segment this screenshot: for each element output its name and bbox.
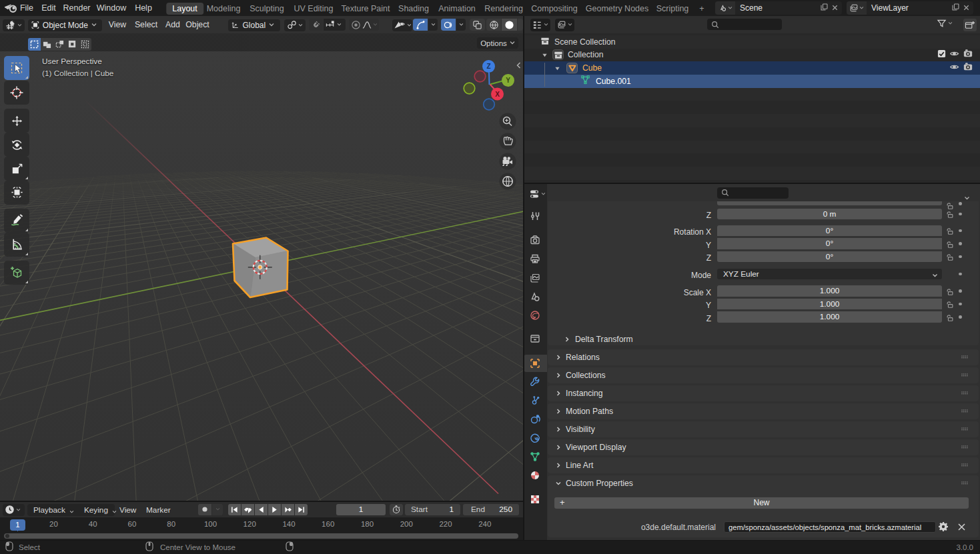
svg-text:Z: Z — [486, 63, 490, 70]
svg-text:Y: Y — [506, 77, 510, 84]
svg-text:X: X — [495, 91, 500, 98]
